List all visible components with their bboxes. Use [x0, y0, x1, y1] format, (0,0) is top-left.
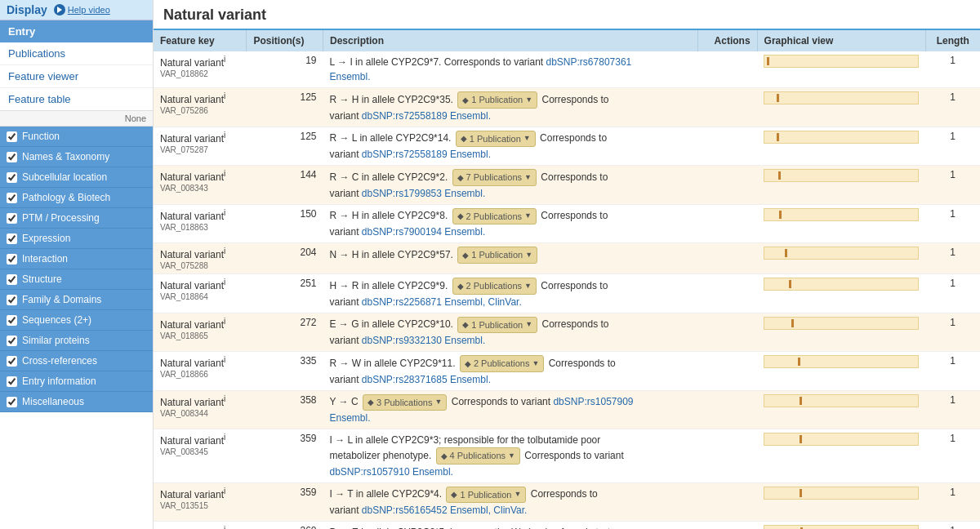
- link-ensembl[interactable]: Ensembl.: [444, 226, 485, 238]
- checkbox-label-miscellaneous: Miscellaneous: [22, 396, 84, 407]
- graphical-view-cell: [757, 166, 925, 205]
- checkbox-family-domains[interactable]: [7, 295, 17, 305]
- sidebar-checkbox-structure[interactable]: Structure: [0, 269, 153, 290]
- link-ensembl[interactable]: Ensembl.: [444, 188, 485, 199]
- checkbox-names-taxonomy[interactable]: [7, 152, 17, 162]
- checkbox-ptm-processing[interactable]: [7, 213, 17, 224]
- sidebar-item-feature-viewer[interactable]: Feature viewer: [0, 65, 153, 88]
- sidebar-checkbox-miscellaneous[interactable]: Miscellaneous: [0, 392, 153, 412]
- feature-key-sup: i: [224, 317, 225, 326]
- link-dbsnp[interactable]: dbSNP:rs1799853: [362, 188, 442, 199]
- checkbox-entry-information[interactable]: [7, 376, 17, 387]
- length-cell: 1: [925, 482, 980, 522]
- feature-key-name: Natural varianti: [160, 435, 225, 447]
- feature-key-id: VAR_008345: [160, 447, 208, 456]
- checkbox-cross-references[interactable]: [7, 356, 17, 367]
- link-ensembl[interactable]: Ensembl.: [450, 110, 491, 122]
- pub-badge[interactable]: ◆1 Publication▼: [446, 487, 526, 504]
- link-dbsnp[interactable]: dbSNP:rs28371685: [362, 374, 448, 385]
- pub-badge[interactable]: ◆7 Publications▼: [452, 169, 537, 186]
- sidebar-checkbox-entry-information[interactable]: Entry information: [0, 371, 153, 392]
- pub-badge[interactable]: ◆4 Publications▼: [436, 447, 520, 465]
- link-dbsnp[interactable]: dbSNP:rs1057910: [329, 466, 409, 478]
- checkbox-function[interactable]: [7, 131, 17, 142]
- link-ensembl[interactable]: Ensembl, ClinVar.: [450, 505, 527, 516]
- table-row: Natural variantiVAR_018863150R → H in al…: [154, 204, 980, 243]
- sidebar-item-publications[interactable]: Publications: [0, 42, 153, 65]
- actions-cell: [698, 127, 757, 166]
- actions-cell: [698, 51, 757, 88]
- link-ensembl[interactable]: Ensembl.: [450, 149, 491, 160]
- feature-key-sup: i: [224, 355, 225, 364]
- graph-bar-container: [764, 278, 919, 291]
- link-dbsnp[interactable]: dbSNP:rs56165452: [362, 505, 448, 516]
- feature-key-sup: i: [224, 525, 225, 529]
- link-dbsnp[interactable]: dbSNP:rs2256871: [362, 296, 442, 308]
- table-row: Natural variantiVAR_008343144R → C in al…: [154, 166, 980, 205]
- checkbox-label-cross-references: Cross-references: [22, 355, 97, 367]
- feature-key-sup: i: [224, 131, 225, 140]
- checkbox-subcellular-location[interactable]: [7, 172, 17, 183]
- sidebar-checkbox-pathology-biotech[interactable]: Pathology & Biotech: [0, 188, 153, 208]
- link-dbsnp[interactable]: dbSNP:rs1057909: [553, 396, 633, 407]
- table-row: Natural variantiVAR_075288204N → H in al…: [154, 243, 980, 274]
- checkbox-expression[interactable]: [7, 233, 17, 244]
- sidebar-checkbox-names-taxonomy[interactable]: Names & Taxonomy: [0, 147, 153, 167]
- link-ensembl[interactable]: Ensembl.: [412, 466, 453, 478]
- sidebar-item-entry[interactable]: Entry: [0, 20, 153, 42]
- pub-badge[interactable]: ◆1 Publication▼: [457, 91, 537, 109]
- sidebar-item-feature-table[interactable]: Feature table: [0, 88, 153, 111]
- sidebar-checkbox-cross-references[interactable]: Cross-references: [0, 351, 153, 371]
- sidebar-checkbox-function[interactable]: Function: [0, 127, 153, 147]
- actions-cell: [698, 522, 757, 530]
- table-row: Natural variantiVAR_013516360D → E in al…: [154, 522, 980, 530]
- pub-badge[interactable]: ◆1 Publication▼: [457, 247, 537, 264]
- feature-key-cell: Natural variantiVAR_008345: [154, 429, 247, 483]
- link-ensembl[interactable]: Ensembl.: [329, 71, 370, 82]
- sidebar-checkbox-sequences[interactable]: Sequences (2+): [0, 310, 153, 331]
- sidebar-checkbox-subcellular-location[interactable]: Subcellular location: [0, 167, 153, 188]
- pub-badge[interactable]: ◆1 Publication▼: [456, 131, 536, 148]
- sidebar-checkbox-ptm-processing[interactable]: PTM / Processing: [0, 208, 153, 229]
- graphical-view-cell: [757, 51, 925, 88]
- checkbox-structure[interactable]: [7, 274, 17, 285]
- link-dbsnp[interactable]: dbSNP:rs67807361: [546, 56, 632, 68]
- link-dbsnp[interactable]: dbSNP:rs72558189: [362, 149, 448, 160]
- link-dbsnp[interactable]: dbSNP:rs72558189: [362, 110, 448, 122]
- feature-key-cell: Natural variantiVAR_018862: [154, 51, 247, 88]
- display-label: Display: [7, 3, 47, 16]
- sidebar-checkbox-interaction[interactable]: Interaction: [0, 249, 153, 269]
- pub-badge[interactable]: ◆1 Publication▼: [457, 317, 537, 334]
- feature-key-name: Natural varianti: [160, 489, 225, 500]
- feature-key-id: VAR_018865: [160, 331, 208, 340]
- pub-badge[interactable]: ◆2 Publications▼: [460, 355, 544, 372]
- checkbox-pathology-biotech[interactable]: [7, 193, 17, 203]
- feature-key-name: Natural varianti: [160, 397, 225, 408]
- help-video-link[interactable]: Help video: [54, 4, 110, 16]
- checkbox-interaction[interactable]: [7, 254, 17, 264]
- graphical-view-cell: [757, 88, 925, 127]
- pub-badge[interactable]: ◆2 Publications▼: [452, 208, 537, 225]
- feature-key-id: VAR_075287: [160, 145, 208, 154]
- checkbox-miscellaneous[interactable]: [7, 397, 17, 407]
- link-ensembl[interactable]: Ensembl.: [450, 374, 491, 385]
- checkbox-label-interaction: Interaction: [22, 253, 68, 264]
- checkbox-label-sequences: Sequences (2+): [22, 314, 91, 326]
- graph-bar-marker: [798, 358, 800, 366]
- pub-badge[interactable]: ◆3 Publications▼: [363, 394, 447, 411]
- link-ensembl[interactable]: Ensembl, ClinVar.: [444, 296, 521, 308]
- graphical-view-cell: [757, 313, 925, 352]
- checkbox-similar-proteins[interactable]: [7, 336, 17, 346]
- pub-badge[interactable]: ◆2 Publications▼: [452, 278, 537, 295]
- position-cell: 251: [247, 274, 323, 313]
- sidebar-checkbox-similar-proteins[interactable]: Similar proteins: [0, 331, 153, 351]
- checkbox-sequences[interactable]: [7, 315, 17, 326]
- sidebar-checkbox-family-domains[interactable]: Family & Domains: [0, 290, 153, 310]
- graph-bar-container: [764, 247, 919, 260]
- link-dbsnp[interactable]: dbSNP:rs9332130: [362, 335, 442, 346]
- link-ensembl[interactable]: Ensembl.: [444, 335, 485, 346]
- sidebar-checkbox-expression[interactable]: Expression: [0, 229, 153, 249]
- link-dbsnp[interactable]: dbSNP:rs7900194: [362, 226, 442, 238]
- actions-cell: [698, 429, 757, 483]
- link-ensembl[interactable]: Ensembl.: [329, 412, 370, 424]
